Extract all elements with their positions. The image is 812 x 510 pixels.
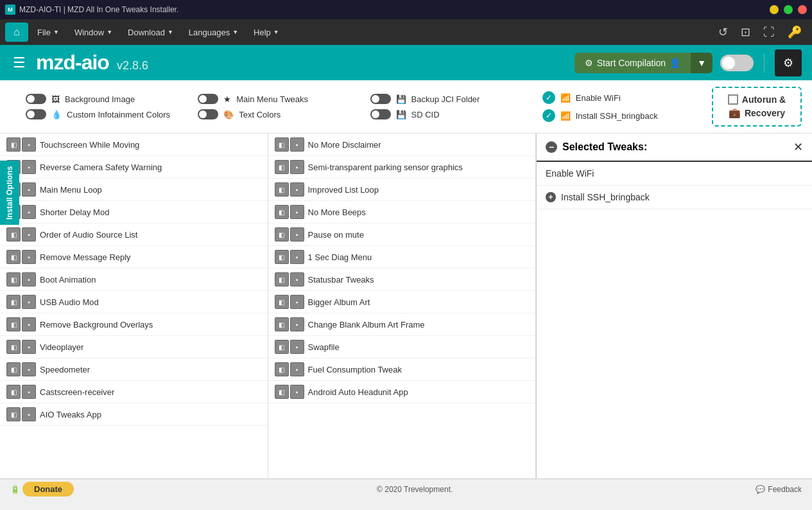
tweak-btn-left[interactable]: ◧ bbox=[275, 317, 289, 331]
toolbar-separator bbox=[764, 53, 764, 73]
selected-tweaks-header: − Selected Tweaks: ✕ bbox=[537, 134, 812, 162]
tweak-btn-left[interactable]: ◧ bbox=[6, 227, 21, 242]
refresh-button[interactable]: ↺ bbox=[713, 22, 733, 42]
layout-button[interactable]: ⊡ bbox=[736, 22, 756, 42]
tweak-btn-right[interactable]: ▪ bbox=[290, 317, 304, 331]
enable-wifi-check[interactable]: ✓ bbox=[542, 91, 555, 104]
autorun-checkbox[interactable] bbox=[728, 94, 738, 105]
right-tweak-row: ◧ ▪ No More Beeps bbox=[268, 201, 536, 224]
background-image-toggle[interactable] bbox=[26, 94, 46, 104]
home-button[interactable]: ⌂ bbox=[5, 22, 28, 42]
collapse-icon[interactable]: − bbox=[546, 141, 557, 153]
minimize-button[interactable]: ─ bbox=[770, 5, 779, 14]
donate-button[interactable]: Donate bbox=[22, 482, 74, 497]
tweak-btn-left[interactable]: ◧ bbox=[275, 385, 289, 399]
settings-button[interactable]: ⚙ bbox=[775, 49, 802, 76]
tweak-btn-right[interactable]: ▪ bbox=[290, 385, 304, 399]
compilation-dropdown-button[interactable]: ▼ bbox=[691, 53, 713, 73]
custom-colors-toggle[interactable] bbox=[26, 109, 46, 119]
install-ssh-check[interactable]: ✓ bbox=[542, 109, 555, 122]
tweak-btn-left[interactable]: ◧ bbox=[275, 205, 289, 219]
tweak-label: Change Blank Album Art Frame bbox=[308, 320, 425, 330]
tweak-label: Pause on mute bbox=[308, 230, 364, 240]
text-colors-option: 🎨 Text Colors bbox=[198, 109, 357, 119]
tweak-btn-left[interactable]: ◧ bbox=[275, 227, 289, 242]
main-toggle[interactable] bbox=[720, 55, 754, 71]
key-button[interactable]: 🔑 bbox=[782, 22, 807, 42]
download-menu[interactable]: Download ▼ bbox=[121, 25, 180, 40]
start-compilation-button[interactable]: ⚙ Start Compilation 👤 bbox=[574, 53, 691, 73]
autorun-recovery-box[interactable]: Autorun & 💼 Recovery bbox=[712, 87, 802, 127]
tweak-btn-right[interactable]: ▪ bbox=[290, 295, 304, 309]
tweak-btn-right[interactable]: ▪ bbox=[22, 227, 36, 242]
tweak-label: USB Audio Mod bbox=[40, 297, 99, 307]
tweak-btn-left[interactable]: ◧ bbox=[6, 295, 21, 309]
plus-icon[interactable]: + bbox=[546, 192, 556, 202]
languages-menu[interactable]: Languages ▼ bbox=[182, 25, 245, 40]
tweak-btn-left[interactable]: ◧ bbox=[275, 272, 289, 286]
tweak-button-group: ◧ ▪ bbox=[6, 317, 36, 331]
close-button[interactable]: ✕ bbox=[798, 5, 807, 14]
tweak-btn-right[interactable]: ▪ bbox=[22, 385, 36, 399]
background-image-label: Background Image bbox=[65, 94, 135, 104]
tweak-btn-left[interactable]: ◧ bbox=[6, 317, 21, 331]
tweak-btn-right[interactable]: ▪ bbox=[22, 137, 36, 152]
hamburger-button[interactable]: ☰ bbox=[10, 52, 28, 74]
tweak-btn-right[interactable]: ▪ bbox=[22, 295, 36, 309]
restore-button[interactable]: □ bbox=[784, 5, 793, 14]
tweak-btn-left[interactable]: ◧ bbox=[6, 340, 21, 354]
tweak-btn-right[interactable]: ▪ bbox=[290, 205, 304, 219]
tweak-button-group: ◧ ▪ bbox=[6, 272, 36, 286]
tweak-btn-right[interactable]: ▪ bbox=[22, 160, 36, 174]
feedback-button[interactable]: 💬 Feedback bbox=[756, 485, 802, 494]
main-menu-tweaks-toggle[interactable] bbox=[198, 94, 218, 104]
tweak-btn-right[interactable]: ▪ bbox=[22, 250, 36, 264]
tweak-btn-right[interactable]: ▪ bbox=[22, 182, 36, 197]
left-tweak-row: ◧ ▪ AIO Tweaks App bbox=[0, 403, 268, 426]
sd-cid-toggle[interactable] bbox=[370, 109, 391, 119]
text-colors-toggle[interactable] bbox=[198, 109, 218, 119]
tweak-btn-right[interactable]: ▪ bbox=[22, 362, 36, 376]
tweak-btn-right[interactable]: ▪ bbox=[22, 317, 36, 331]
tweak-btn-right[interactable]: ▪ bbox=[22, 205, 36, 219]
custom-colors-icon: 💧 bbox=[51, 110, 62, 119]
tweak-btn-left[interactable]: ◧ bbox=[275, 182, 289, 197]
tweak-button-group: ◧ ▪ bbox=[6, 407, 36, 421]
tweak-label: Order of Audio Source List bbox=[40, 230, 137, 240]
tweak-btn-right[interactable]: ▪ bbox=[290, 362, 304, 376]
tweak-btn-right[interactable]: ▪ bbox=[290, 250, 304, 264]
tweak-btn-left[interactable]: ◧ bbox=[6, 385, 21, 399]
tweak-btn-left[interactable]: ◧ bbox=[275, 250, 289, 264]
options-col-4: ✓ 📶 Enable WiFi ✓ 📶 Install SSH_bringbac… bbox=[542, 91, 702, 122]
tweak-btn-right[interactable]: ▪ bbox=[22, 272, 36, 286]
tweak-btn-left[interactable]: ◧ bbox=[275, 362, 289, 376]
file-menu[interactable]: File ▼ bbox=[31, 25, 65, 40]
tweak-btn-left[interactable]: ◧ bbox=[275, 295, 289, 309]
tweak-btn-right[interactable]: ▪ bbox=[290, 182, 304, 197]
tweak-btn-left[interactable]: ◧ bbox=[6, 407, 21, 421]
tweak-btn-left[interactable]: ◧ bbox=[6, 137, 21, 152]
tweak-btn-right[interactable]: ▪ bbox=[22, 340, 36, 354]
install-options-sidebar[interactable]: Install Options bbox=[0, 161, 19, 225]
tweak-btn-left[interactable]: ◧ bbox=[275, 340, 289, 354]
tweak-btn-right[interactable]: ▪ bbox=[290, 160, 304, 174]
backup-jci-toggle[interactable] bbox=[370, 94, 391, 104]
tweak-btn-right[interactable]: ▪ bbox=[290, 272, 304, 286]
tweak-button-group: ◧ ▪ bbox=[275, 317, 304, 331]
tweak-button-group: ◧ ▪ bbox=[6, 385, 36, 399]
tweak-btn-right[interactable]: ▪ bbox=[290, 340, 304, 354]
window-title: MZD-AIO-TI | MZD All In One Tweaks Insta… bbox=[19, 5, 770, 14]
fullscreen-button[interactable]: ⛶ bbox=[758, 23, 780, 42]
tweak-btn-left[interactable]: ◧ bbox=[275, 137, 289, 152]
help-menu[interactable]: Help ▼ bbox=[247, 25, 286, 40]
tweak-btn-left[interactable]: ◧ bbox=[6, 362, 21, 376]
tweak-btn-right[interactable]: ▪ bbox=[290, 137, 304, 152]
close-selected-button[interactable]: ✕ bbox=[793, 140, 803, 154]
tweak-btn-left[interactable]: ◧ bbox=[275, 160, 289, 174]
tweak-btn-right[interactable]: ▪ bbox=[290, 227, 304, 242]
window-menu[interactable]: Window ▼ bbox=[68, 25, 119, 40]
tweak-btn-left[interactable]: ◧ bbox=[6, 250, 21, 264]
wifi-icon: 📶 bbox=[560, 93, 571, 103]
tweak-btn-right[interactable]: ▪ bbox=[22, 407, 36, 421]
tweak-btn-left[interactable]: ◧ bbox=[6, 272, 21, 286]
